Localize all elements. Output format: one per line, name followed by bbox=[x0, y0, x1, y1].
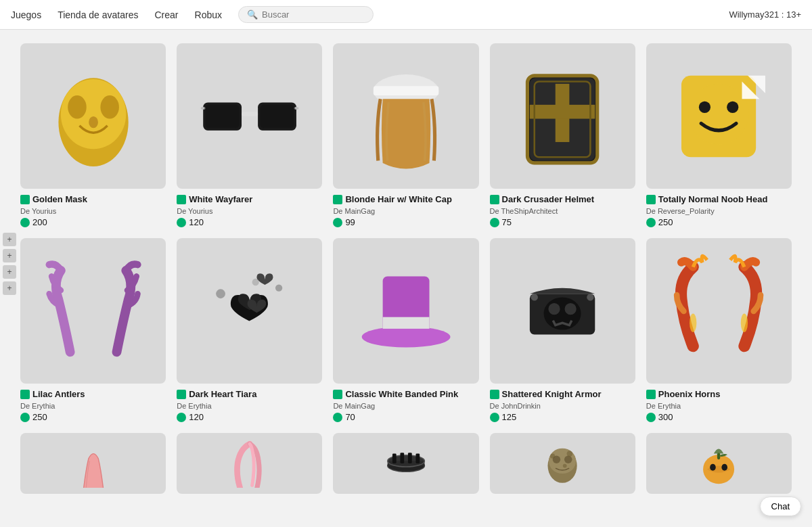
roblox-badge-icon bbox=[333, 390, 342, 399]
roblox-badge-icon bbox=[20, 195, 30, 204]
item-dark-heart[interactable]: Dark Heart Tiara De Erythia 120 bbox=[177, 238, 322, 422]
dark-heart-tiara-image bbox=[191, 253, 308, 369]
side-icon-3[interactable]: + bbox=[3, 265, 16, 279]
nav-tienda[interactable]: Tienda de avatares bbox=[58, 7, 138, 23]
roblox-badge-icon bbox=[646, 390, 656, 399]
item-price-phoenix-horns: 300 bbox=[646, 412, 792, 422]
svg-point-30 bbox=[252, 278, 258, 285]
pumpkin-head-image bbox=[660, 439, 777, 488]
item-name-classic-hat: Classic White Banded Pink bbox=[333, 389, 478, 400]
item-lilac-antlers[interactable]: Lilac Antlers De Erythia 250 bbox=[20, 238, 166, 422]
nav-crear[interactable]: Crear bbox=[155, 7, 179, 23]
item-creator-classic-hat: De MainGag bbox=[333, 402, 478, 410]
item-name-white-wayfarer: White Wayfarer bbox=[177, 194, 322, 206]
robux-icon bbox=[177, 413, 186, 422]
svg-point-23 bbox=[689, 83, 750, 144]
item-blonde-hair[interactable]: Blonde Hair w/ White Cap De MainGag 99 bbox=[333, 43, 478, 227]
item-creator-lilac-antlers: De Erythia bbox=[20, 402, 166, 410]
svg-point-37 bbox=[565, 303, 577, 315]
svg-rect-49 bbox=[415, 454, 420, 463]
black-ring-image bbox=[348, 439, 464, 488]
svg-point-54 bbox=[550, 454, 555, 459]
item-white-wayfarer[interactable]: White Wayfarer De Yourius 120 bbox=[177, 43, 322, 227]
item-creator-blonde-hair: De MainGag bbox=[333, 207, 478, 215]
phoenix-horns-image bbox=[660, 253, 777, 369]
roblox-badge-icon bbox=[490, 195, 499, 204]
item-creator-dark-heart: De Erythia bbox=[177, 402, 322, 410]
svg-rect-19 bbox=[530, 104, 595, 118]
side-icons: + + + + bbox=[0, 230, 19, 298]
chat-button[interactable]: Chat bbox=[760, 497, 801, 516]
items-grid: Golden Mask De Yourius 200 bbox=[20, 43, 792, 499]
item-name-lilac-antlers: Lilac Antlers bbox=[20, 389, 166, 400]
side-icon-4[interactable]: + bbox=[3, 281, 16, 295]
item-creator-noob-head: De Reverse_Polarity bbox=[646, 207, 792, 215]
item-pumpkin-head[interactable] bbox=[646, 433, 792, 499]
svg-point-29 bbox=[275, 284, 282, 291]
blonde-hair-image bbox=[348, 58, 464, 175]
svg-point-55 bbox=[567, 451, 573, 457]
item-noob-head[interactable]: Totally Normal Noob Head De Reverse_Pola… bbox=[646, 43, 792, 227]
search-input[interactable] bbox=[262, 9, 365, 20]
robux-icon bbox=[333, 218, 342, 227]
side-icon-1[interactable]: + bbox=[3, 233, 16, 246]
item-dark-crusader[interactable]: Dark Crusader Helmet De TheShipArchitect… bbox=[490, 43, 635, 227]
item-pink-cloth[interactable] bbox=[20, 433, 166, 499]
military-skull-image bbox=[504, 439, 621, 488]
search-bar[interactable]: 🔍 bbox=[238, 6, 374, 23]
item-phoenix-horns[interactable]: Phoenix Horns De Erythia 300 bbox=[646, 238, 792, 422]
robux-icon bbox=[333, 413, 342, 422]
item-price-shattered-knight: 125 bbox=[490, 412, 635, 422]
svg-point-39 bbox=[587, 294, 593, 300]
robux-icon bbox=[490, 413, 499, 422]
nav-robux[interactable]: Robux bbox=[195, 7, 222, 23]
navbar: Juegos Tienda de avatares Crear Robux 🔍 … bbox=[0, 0, 812, 30]
svg-point-2 bbox=[68, 95, 87, 118]
svg-point-40 bbox=[690, 313, 696, 332]
item-black-ring[interactable] bbox=[333, 433, 478, 499]
user-info: Willymay321 : 13+ bbox=[729, 9, 801, 20]
item-creator-golden-mask: De Yourius bbox=[20, 207, 166, 215]
pink-hair2-image bbox=[191, 439, 308, 488]
roblox-badge-icon bbox=[490, 390, 499, 399]
roblox-badge-icon bbox=[177, 390, 186, 399]
item-name-phoenix-horns: Phoenix Horns bbox=[646, 389, 792, 400]
item-shattered-knight[interactable]: Shattered Knight Armor De JohnDrinkin 12… bbox=[490, 238, 635, 422]
svg-point-41 bbox=[741, 313, 748, 332]
side-icon-2[interactable]: + bbox=[3, 249, 16, 262]
robux-icon bbox=[646, 218, 656, 227]
svg-point-53 bbox=[564, 456, 572, 464]
item-creator-dark-crusader: De TheShipArchitect bbox=[490, 207, 635, 215]
svg-rect-48 bbox=[408, 453, 412, 463]
svg-point-56 bbox=[563, 464, 567, 468]
item-classic-hat[interactable]: Classic White Banded Pink De MainGag 70 bbox=[333, 238, 478, 422]
item-military-skull[interactable] bbox=[490, 433, 635, 499]
item-name-shattered-knight: Shattered Knight Armor bbox=[490, 389, 635, 400]
nav-juegos[interactable]: Juegos bbox=[11, 7, 41, 23]
classic-hat-image bbox=[348, 253, 464, 369]
item-name-dark-crusader: Dark Crusader Helmet bbox=[490, 194, 635, 206]
item-pink-hair2[interactable] bbox=[177, 433, 322, 499]
item-golden-mask[interactable]: Golden Mask De Yourius 200 bbox=[20, 43, 166, 227]
svg-point-59 bbox=[722, 464, 728, 471]
svg-rect-33 bbox=[383, 317, 430, 328]
roblox-badge-icon bbox=[333, 195, 342, 204]
svg-point-24 bbox=[699, 101, 710, 112]
item-name-noob-head: Totally Normal Noob Head bbox=[646, 194, 792, 206]
roblox-badge-icon bbox=[646, 195, 656, 204]
robux-icon bbox=[646, 413, 656, 422]
robux-icon bbox=[20, 218, 30, 227]
svg-rect-46 bbox=[392, 454, 397, 463]
svg-point-36 bbox=[549, 303, 560, 315]
shattered-knight-image bbox=[504, 253, 621, 369]
item-creator-white-wayfarer: De Yourius bbox=[177, 207, 322, 215]
item-price-dark-heart: 120 bbox=[177, 412, 322, 422]
item-name-golden-mask: Golden Mask bbox=[20, 194, 166, 206]
golden-mask-image bbox=[35, 58, 152, 175]
item-price-blonde-hair: 99 bbox=[333, 217, 478, 227]
dark-crusader-image bbox=[504, 58, 621, 175]
item-price-classic-hat: 70 bbox=[333, 412, 478, 422]
svg-point-3 bbox=[100, 95, 119, 118]
robux-icon bbox=[20, 413, 30, 422]
item-creator-phoenix-horns: De Erythia bbox=[646, 402, 792, 410]
